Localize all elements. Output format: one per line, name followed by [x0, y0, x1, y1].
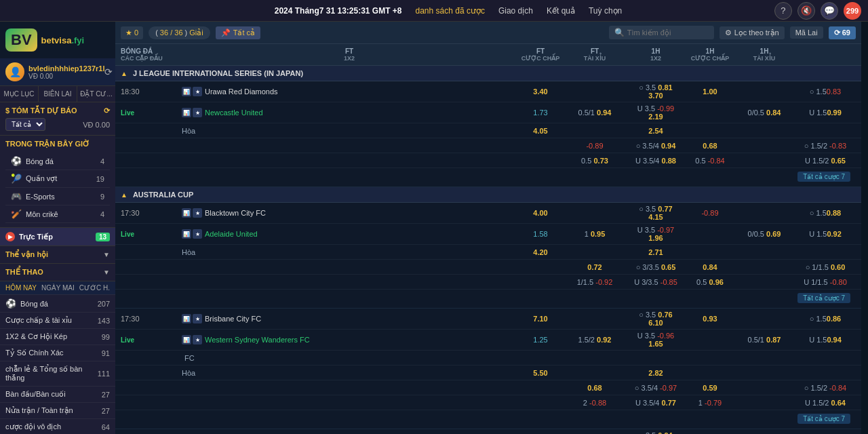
sidebar-nav-muc-luc[interactable]: MỤC LỤC	[0, 86, 39, 102]
live-indicator: Live	[121, 336, 182, 344]
sport-item-football[interactable]: ⚽Bóng đá 4	[5, 153, 110, 170]
league-australia-cup[interactable]: ▲ AUSTRALIA CUP	[115, 187, 861, 203]
team2-name[interactable]: Western Sydney Wanderers FC	[205, 336, 310, 344]
table-row: Hòa 5.50 2.82	[115, 366, 861, 380]
search-input[interactable]	[627, 28, 709, 37]
notification-button[interactable]: 299	[844, 2, 861, 20]
filter-tag[interactable]: ⚙ Lọc theo trận	[719, 26, 785, 39]
football-icon: ⚽	[11, 156, 22, 166]
category-ban-dau[interactable]: Bàn đầu/Bàn cuối 27	[0, 387, 115, 403]
category-chan-le[interactable]: chẵn lẻ & Tổng số bàn thắng 111	[0, 361, 115, 387]
team-icon-1[interactable]: 📊	[182, 87, 191, 96]
all-bets-button-2[interactable]: Tất cả cược 7	[797, 293, 850, 303]
refresh-icon[interactable]: ⟳	[104, 66, 113, 77]
th-matches: BÓNG ĐÁ CÁC CẶP ĐẤU	[121, 47, 182, 62]
team1-name[interactable]: Blacktown City FC	[205, 209, 266, 217]
left-sidebar: BV betvisa.fyi 👤 bvledinhhhiep1237r1l VĐ…	[0, 22, 115, 434]
league-j-league[interactable]: ▲ J LEAGUE INTERNATIONAL SERIES (IN JAPA…	[115, 66, 861, 81]
match-count: ( 36 / 36 ) Giải	[149, 26, 210, 39]
live-label: Trực Tiếp	[19, 233, 53, 241]
the-thao-header[interactable]: THỂ THAO ▼	[0, 264, 115, 281]
category-1x2[interactable]: 1X2 & Cơ Hội Kép 99	[0, 329, 115, 345]
bet-history-link[interactable]: danh sách đã cược	[416, 6, 485, 16]
category-nua-tran[interactable]: Nửa trận / Toàn trận 27	[0, 403, 115, 419]
summary-refresh-icon[interactable]: ⟳	[104, 106, 110, 115]
h1-ou-h: ○ 1.50.83	[795, 87, 856, 96]
team2-name[interactable]: Newcastle United	[205, 108, 263, 117]
refresh-small-icon: ⟳	[834, 28, 840, 37]
league-arrow-icon: ▲	[121, 70, 127, 77]
team2-name[interactable]: Adelaide United	[205, 230, 258, 238]
team-icon-9[interactable]: 📊	[182, 314, 191, 323]
category-cuoc-doi[interactable]: cược đội vô địch 64	[0, 419, 115, 434]
team-icon-5[interactable]: 📊	[182, 208, 191, 218]
sport-bong-da[interactable]: ⚽Bóng đá 207	[0, 295, 115, 313]
sport-item-cricket[interactable]: 🏏Môn crikê 4	[5, 205, 110, 223]
logo-text: betvisa.fyi	[41, 35, 85, 45]
top-bar-center: 2024 Tháng7 31 13:25:31 GMT +8 danh sách…	[275, 6, 622, 16]
preference-link[interactable]: Tuỳ chọn	[589, 6, 622, 16]
all-bets-row: Tất cả cược 7	[115, 168, 861, 186]
cuoc-h-tab[interactable]: CƯỚC H.	[79, 284, 110, 292]
sidebar-nav-bien-lai[interactable]: BIÊN LAI	[39, 86, 77, 102]
team1-name[interactable]: Urawa Red Diamonds	[205, 87, 278, 96]
all-bets-button[interactable]: Tất cả cược 7	[797, 172, 850, 182]
ft-ou-extra2: U 3.5/4 0.88	[625, 157, 686, 165]
chat-icon[interactable]: 💬	[821, 2, 838, 20]
match-count-value: 36 / 36	[160, 28, 183, 37]
transaction-link[interactable]: Giao dịch	[498, 6, 533, 16]
table-row: 17:30 📊 ★ Brisbane City FC 7.10 ○ 3.5 0.…	[115, 309, 861, 330]
logo-bv: BV	[11, 31, 32, 48]
sports-subheader: HÔM NAY NGÀY MAI CƯỚC H.	[0, 281, 115, 295]
team-cell: 📊 ★ Newcastle United	[182, 108, 517, 117]
match-time: 17:30	[121, 209, 182, 217]
live-indicator: Live	[121, 109, 182, 117]
table-row: Live 📊 ★ Adelaide United 1.58 1 0.95 U 3…	[115, 224, 861, 245]
team-icon-8[interactable]: ★	[193, 229, 202, 239]
ft-1x2-h: 3.40	[517, 87, 564, 96]
chevron-down-icon: ▼	[103, 251, 110, 258]
team-icon-7[interactable]: 📊	[182, 229, 191, 239]
h1-ou: ○ 1.50.88	[795, 209, 856, 217]
tat-ca-button[interactable]: 📌 Tất cả	[216, 26, 260, 39]
ft-draw-odd: 4.05	[517, 127, 564, 135]
volume-icon[interactable]: 🔇	[797, 2, 815, 20]
result-link[interactable]: Kết quả	[547, 6, 575, 16]
ft-h-extra2: 2 -0.88	[564, 399, 625, 407]
team-icon-11[interactable]: 📊	[182, 335, 191, 344]
table-row: FC	[115, 351, 861, 366]
help-icon[interactable]: ?	[774, 2, 792, 20]
table-row: -0.89 ○ 3.5/4 0.94 0.68 ○ 1.5/2 -0.83	[115, 138, 861, 153]
ft-h-extra1: 0.72	[564, 263, 625, 271]
team-icon-6[interactable]: ★	[193, 208, 202, 218]
league-arrow-icon-2: ▲	[121, 191, 127, 199]
category-cuoc-chap[interactable]: Cược chấp & tài xỉu 143	[0, 313, 115, 329]
h1-ou-a: U 1.50.99	[795, 108, 856, 117]
team-icon-3[interactable]: 📊	[182, 108, 191, 117]
summary-select[interactable]: Tất cả	[5, 118, 45, 131]
esport-icon: 🎮	[11, 191, 22, 201]
h1-ou-extra2: U 1/1.5 -0.80	[795, 278, 856, 286]
team-icon-12[interactable]: ★	[193, 335, 202, 344]
team1-name[interactable]: Brisbane City FC	[205, 315, 261, 323]
ft-1x2-h: 7.10	[517, 315, 564, 323]
ngay-mai-tab[interactable]: NGÀY MAI	[41, 284, 75, 292]
ft-ou-extra1: ○ 3.5/4 0.94	[625, 142, 686, 150]
h1-1x2: 0.93	[686, 315, 734, 323]
sidebar-nav-dat-cu[interactable]: ĐẶT CƯ...	[77, 86, 115, 102]
the-van-hoi-header[interactable]: Thể vận hội ▼	[0, 246, 115, 264]
live-button[interactable]: ▶ Trực Tiếp 13	[0, 228, 115, 246]
team-icon-4[interactable]: ★	[193, 108, 202, 117]
team-cell: 📊 ★ Brisbane City FC	[182, 314, 517, 323]
all-bets-button-3[interactable]: Tất cả cược 7	[797, 414, 850, 424]
hom-nay-tab[interactable]: HÔM NAY	[5, 284, 37, 292]
ma-lai-count[interactable]: ⟳ 69	[829, 26, 856, 39]
team-icon-2[interactable]: ★	[193, 87, 202, 96]
category-ty-so[interactable]: Tỷ Số Chính Xác 91	[0, 345, 115, 361]
h1-ou-extra2: U 1.5/2 0.64	[795, 399, 856, 407]
team-icon-10[interactable]: ★	[193, 314, 202, 323]
team-cell: 📊 ★ Adelaide United	[182, 229, 517, 239]
th-ft-chap: FT CƯỢC CHẤP	[517, 47, 564, 62]
sport-item-tennis[interactable]: 🎾Quần vợt 19	[5, 170, 110, 188]
sport-item-esport[interactable]: 🎮E-Sports 9	[5, 188, 110, 205]
